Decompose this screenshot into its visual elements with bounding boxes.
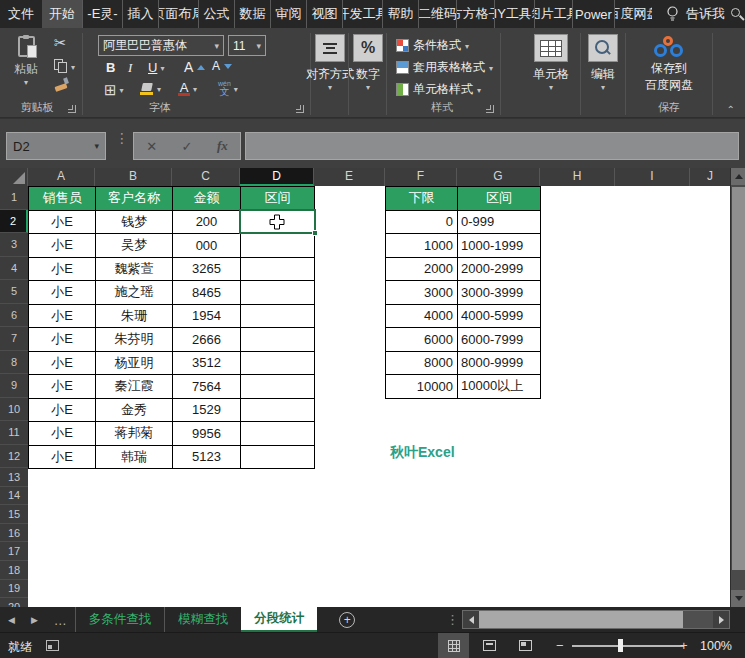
paste-button[interactable]: 粘贴 ▾ xyxy=(8,36,44,86)
tab-page-layout[interactable]: 页面布局 xyxy=(158,0,198,28)
table-cell[interactable]: 9956 xyxy=(173,422,241,446)
row-header-17[interactable]: 17 xyxy=(0,542,28,561)
table-cell[interactable]: 小E xyxy=(29,281,96,305)
table-cell[interactable]: 10000 xyxy=(386,375,458,399)
clipboard-dialog-launcher-icon[interactable] xyxy=(68,105,76,113)
table-cell[interactable]: 钱梦 xyxy=(96,210,173,234)
row-header-2[interactable]: 2 xyxy=(0,210,28,234)
sheet-nav-right-icon[interactable]: ▶ xyxy=(23,607,46,632)
row-header-10[interactable]: 10 xyxy=(0,398,28,422)
row-header-18[interactable]: 18 xyxy=(0,561,28,580)
scroll-left-icon[interactable] xyxy=(463,611,479,628)
table-cell[interactable]: 3000 xyxy=(386,281,458,305)
row-header-13[interactable]: 13 xyxy=(0,468,28,487)
cells-button[interactable]: 单元格 ▾ xyxy=(528,34,574,91)
table-cell[interactable]: 3265 xyxy=(173,257,241,281)
table-cell[interactable]: 小E xyxy=(29,445,96,469)
name-box[interactable]: D2 ▾ xyxy=(6,132,106,160)
header-cell[interactable]: 下限 xyxy=(386,187,458,211)
phonetic-guide-button[interactable]: wén文 ▾ xyxy=(218,80,238,97)
table-cell[interactable] xyxy=(241,445,315,469)
column-header-b[interactable]: B xyxy=(95,168,172,186)
shrink-font-button[interactable]: A xyxy=(212,59,232,73)
table-cell[interactable]: 小E xyxy=(29,398,96,422)
column-header-h[interactable]: H xyxy=(540,168,615,186)
row-header-6[interactable]: 6 xyxy=(0,304,28,328)
table-cell[interactable]: 蒋邦菊 xyxy=(96,422,173,446)
alignment-button[interactable]: 对齐方式 ▾ xyxy=(314,34,346,91)
table-cell[interactable] xyxy=(241,281,315,305)
table-cell[interactable]: 小E xyxy=(29,422,96,446)
format-painter-button[interactable] xyxy=(55,85,67,90)
sheet-nav-ellipsis[interactable]: … xyxy=(46,607,75,632)
table-cell[interactable]: 小E xyxy=(29,234,96,258)
table-cell[interactable]: 3512 xyxy=(173,351,241,375)
table-cell[interactable] xyxy=(241,351,315,375)
row-header-3[interactable]: 3 xyxy=(0,233,28,257)
row-header-9[interactable]: 9 xyxy=(0,374,28,398)
zoom-out-icon[interactable]: − xyxy=(556,638,564,653)
table-cell[interactable]: 小E xyxy=(29,257,96,281)
scroll-down-icon[interactable] xyxy=(731,590,745,607)
column-header-g[interactable]: G xyxy=(457,168,540,186)
active-cell-d2[interactable] xyxy=(239,209,316,234)
table-cell[interactable]: 小E xyxy=(29,351,96,375)
tab-help[interactable]: 帮助 xyxy=(382,0,418,28)
styles-dialog-launcher-icon[interactable] xyxy=(486,105,494,113)
zoom-slider-thumb[interactable] xyxy=(618,639,623,652)
number-button[interactable]: % 数字 ▾ xyxy=(352,34,384,91)
fill-handle[interactable] xyxy=(312,230,318,236)
table-cell[interactable]: 200 xyxy=(173,210,241,234)
header-cell[interactable]: 金额 xyxy=(173,187,241,211)
tab-file[interactable]: 文件 xyxy=(0,0,42,28)
cut-button[interactable]: ✂ xyxy=(54,36,67,50)
table-cell[interactable] xyxy=(241,422,315,446)
tab-insert[interactable]: 插入 xyxy=(122,0,158,28)
select-all-corner[interactable] xyxy=(0,168,28,186)
conditional-formatting-button[interactable]: 条件格式▾ xyxy=(396,37,469,54)
row-header-16[interactable]: 16 xyxy=(0,524,28,543)
table-cell[interactable]: 2000-2999 xyxy=(458,257,541,281)
zoom-in-icon[interactable]: + xyxy=(680,638,688,653)
row-header-19[interactable]: 19 xyxy=(0,580,28,599)
column-header-d[interactable]: D xyxy=(240,168,314,186)
zoom-slider-track[interactable] xyxy=(572,645,684,647)
row-header-15[interactable]: 15 xyxy=(0,505,28,524)
row-header-12[interactable]: 12 xyxy=(0,445,28,469)
tab-qrcode[interactable]: 二维码 xyxy=(418,0,456,28)
scroll-up-icon[interactable] xyxy=(731,168,745,185)
font-color-button[interactable]: A ▾ xyxy=(178,81,197,96)
page-layout-view-button[interactable] xyxy=(474,633,505,658)
horizontal-scrollbar[interactable] xyxy=(462,610,730,629)
table-cell[interactable]: 0 xyxy=(386,210,458,234)
header-cell[interactable]: 区间 xyxy=(458,187,541,211)
table-cell[interactable]: 魏紫萱 xyxy=(96,257,173,281)
column-header-j[interactable]: J xyxy=(690,168,730,186)
formula-input[interactable] xyxy=(245,132,739,160)
row-header-7[interactable]: 7 xyxy=(0,327,28,351)
table-cell[interactable]: 6000-7999 xyxy=(458,328,541,352)
table-cell[interactable]: 3000-3999 xyxy=(458,281,541,305)
header-cell[interactable]: 销售员 xyxy=(29,187,96,211)
editing-button[interactable]: 编辑 ▾ xyxy=(586,34,620,91)
table-cell[interactable]: 1529 xyxy=(173,398,241,422)
tab-baidu-netdisk[interactable]: 百度网盘 xyxy=(614,0,652,28)
row-header-20[interactable]: 20 xyxy=(0,598,28,607)
font-dialog-launcher-icon[interactable] xyxy=(296,105,304,113)
row-header-4[interactable]: 4 xyxy=(0,257,28,281)
table-cell[interactable]: 8000 xyxy=(386,351,458,375)
italic-button[interactable]: I xyxy=(128,60,132,76)
row-header-14[interactable]: 14 xyxy=(0,487,28,506)
format-as-table-button[interactable]: 套用表格格式▾ xyxy=(396,59,493,76)
enter-icon[interactable]: ✓ xyxy=(182,139,193,154)
copy-button[interactable]: ▾ xyxy=(54,59,75,74)
tab-data[interactable]: 数据 xyxy=(234,0,270,28)
normal-view-button[interactable] xyxy=(438,633,469,658)
new-sheet-icon[interactable]: + xyxy=(339,612,355,628)
zoom-level[interactable]: 100% xyxy=(700,639,732,653)
table-cell[interactable]: 朱芬明 xyxy=(96,328,173,352)
table-cell[interactable]: 2666 xyxy=(173,328,241,352)
tab-view[interactable]: 视图 xyxy=(306,0,342,28)
column-header-a[interactable]: A xyxy=(28,168,95,186)
table-cell[interactable]: 4000 xyxy=(386,304,458,328)
